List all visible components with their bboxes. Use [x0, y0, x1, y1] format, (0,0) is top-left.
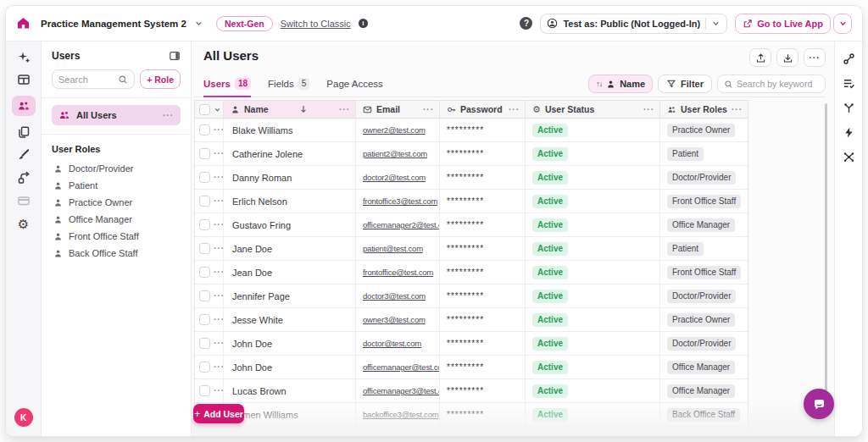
data-table-icon[interactable] — [12, 73, 36, 86]
email-link[interactable]: patient2@test.com — [363, 149, 427, 158]
select-menu-chevron-icon[interactable] — [214, 106, 221, 113]
sort-direction-arrow-icon[interactable] — [298, 104, 309, 114]
row-checkbox[interactable] — [199, 148, 210, 159]
filter-button[interactable]: Filter — [658, 75, 712, 93]
pages-icon[interactable] — [12, 125, 36, 139]
user-avatar[interactable]: K — [14, 408, 33, 427]
test-as-dropdown[interactable]: Test as: Public (Not Logged-In) — [540, 14, 727, 34]
row-checkbox[interactable] — [199, 338, 210, 349]
row-checkbox[interactable] — [199, 290, 210, 301]
keyword-search-input[interactable] — [737, 79, 819, 89]
workflow-icon[interactable] — [12, 171, 36, 185]
theme-brush-icon[interactable] — [12, 148, 36, 162]
row-menu-dots[interactable]: ··· — [214, 339, 224, 348]
row-menu-dots[interactable]: ··· — [214, 220, 224, 229]
row-checkbox[interactable] — [199, 433, 210, 434]
sidebar-role-item[interactable]: Front Office Staff — [52, 228, 181, 245]
upload-button[interactable] — [749, 48, 771, 67]
row-checkbox[interactable] — [199, 219, 210, 230]
column-menu-dots[interactable]: ··· — [423, 105, 434, 114]
column-menu-dots[interactable]: ··· — [339, 105, 350, 114]
quick-actions-bolt-icon[interactable] — [840, 125, 857, 139]
sidebar-role-item[interactable]: Patient — [52, 177, 181, 194]
more-actions-button[interactable]: ··· — [804, 48, 826, 67]
all-users-menu-dots[interactable]: ··· — [163, 111, 174, 120]
download-button[interactable] — [776, 48, 798, 67]
column-label-name: Name — [244, 104, 269, 114]
app-switcher-chevron-icon[interactable] — [194, 19, 203, 28]
row-checkbox[interactable] — [199, 243, 210, 254]
key-icon — [447, 105, 456, 114]
users-icon[interactable] — [12, 96, 36, 116]
sidebar-role-item[interactable]: Doctor/Provider — [52, 160, 181, 177]
email-link[interactable]: doctor2@test.com — [363, 173, 426, 182]
add-role-button[interactable]: + Role — [140, 69, 181, 89]
email-link[interactable]: owner3@test.com — [363, 315, 426, 324]
row-checkbox[interactable] — [199, 385, 210, 396]
email-link[interactable]: patient@test.com — [363, 244, 423, 253]
column-header-email[interactable]: Email ··· — [356, 101, 440, 119]
column-header-user-status[interactable]: ⚙ User Status ··· — [526, 101, 660, 119]
row-checkbox[interactable] — [199, 124, 210, 135]
settings-gear-icon[interactable]: ⚙ — [12, 217, 36, 230]
row-checkbox[interactable] — [199, 196, 210, 207]
row-menu-dots[interactable]: ··· — [214, 244, 224, 253]
add-user-button[interactable]: + Add User — [193, 404, 244, 423]
row-menu-dots[interactable]: ··· — [214, 125, 224, 135]
email-link[interactable]: doctor@test.com — [363, 339, 421, 348]
tab-users[interactable]: Users 18 — [203, 78, 251, 97]
switch-to-classic-link[interactable]: Switch to Classic — [281, 19, 351, 29]
column-header-user-roles[interactable]: User Roles ··· — [660, 101, 748, 119]
email-link[interactable]: officemanager2@test.com — [363, 220, 440, 229]
live-app-chevron-button[interactable] — [833, 14, 852, 34]
sidebar-search-input[interactable] — [58, 75, 118, 85]
integrations-link-icon[interactable] — [840, 52, 857, 65]
email-link[interactable]: officemanager@test.com — [363, 362, 440, 372]
row-menu-dots[interactable]: ··· — [214, 268, 224, 277]
home-icon[interactable] — [16, 16, 31, 30]
sidebar-role-item[interactable]: Practice Owner — [52, 194, 181, 211]
row-checkbox[interactable] — [199, 362, 210, 373]
collapse-panel-icon[interactable] — [169, 50, 181, 62]
tab-page-access[interactable]: Page Access — [326, 78, 382, 97]
data-network-icon[interactable] — [840, 150, 857, 163]
email-link[interactable]: officemanager3@test.com — [363, 386, 440, 395]
vertical-scrollbar[interactable] — [825, 103, 827, 391]
row-checkbox[interactable] — [199, 267, 210, 278]
row-menu-dots[interactable]: ··· — [214, 173, 224, 182]
select-all-checkbox[interactable] — [199, 104, 210, 115]
email-link[interactable]: doctor3@test.com — [363, 291, 426, 301]
sort-button[interactable]: ↑↓ Name — [588, 75, 653, 93]
column-menu-dots[interactable]: ··· — [732, 105, 743, 114]
keyword-search[interactable] — [717, 75, 826, 93]
column-header-name[interactable]: Name ··· — [224, 101, 356, 119]
sidebar-role-item[interactable]: Back Office Staff — [52, 245, 181, 262]
sidebar-search[interactable] — [52, 69, 135, 89]
email-link[interactable]: frontoffice3@test.com — [363, 196, 437, 206]
row-checkbox[interactable] — [199, 314, 210, 325]
sparkles-icon[interactable] — [12, 50, 36, 64]
email-link[interactable]: backoffice3@test.com — [363, 410, 438, 419]
tab-fields[interactable]: Fields 5 — [268, 78, 309, 97]
payments-card-icon[interactable] — [12, 194, 36, 207]
row-menu-dots[interactable]: ··· — [214, 149, 224, 158]
row-menu-dots[interactable]: ··· — [214, 362, 224, 372]
email-link[interactable]: frontoffice@test.com — [363, 268, 433, 277]
row-menu-dots[interactable]: ··· — [214, 196, 224, 206]
column-header-password[interactable]: Password ··· — [440, 101, 526, 119]
info-icon[interactable]: i — [359, 19, 368, 28]
row-menu-dots[interactable]: ··· — [214, 386, 224, 395]
row-menu-dots[interactable]: ··· — [214, 315, 224, 324]
tasks-list-check-icon[interactable] — [840, 76, 857, 90]
help-icon[interactable]: ? — [520, 17, 532, 30]
go-to-live-app-button[interactable]: Go to Live App — [735, 14, 831, 34]
column-menu-dots[interactable]: ··· — [643, 105, 654, 114]
row-menu-dots[interactable]: ··· — [214, 291, 224, 301]
row-checkbox[interactable] — [199, 172, 210, 183]
branch-split-icon[interactable] — [840, 101, 857, 114]
email-link[interactable]: owner2@test.com — [363, 125, 426, 135]
sidebar-item-all-users[interactable]: All Users ··· — [52, 105, 181, 125]
sidebar-role-item[interactable]: Office Manager — [52, 211, 181, 228]
column-menu-dots[interactable]: ··· — [509, 105, 520, 114]
chat-widget-button[interactable] — [804, 389, 834, 419]
